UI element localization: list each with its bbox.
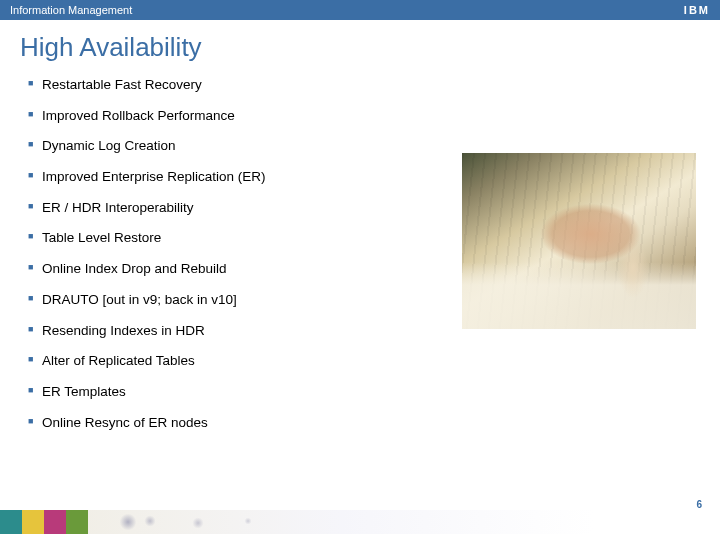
color-block-green [66,510,88,534]
list-item: Restartable Fast Recovery [28,77,700,93]
content-area: Restartable Fast Recovery Improved Rollb… [0,71,720,540]
ibm-logo-text: IBM [684,4,710,16]
color-block-teal [0,510,22,534]
list-item: Online Resync of ER nodes [28,415,700,431]
page-number: 6 [696,499,702,510]
slide: Information Management IBM High Availabi… [0,0,720,540]
topbar: Information Management IBM [0,0,720,20]
title-area: High Availability [0,20,720,71]
topbar-title: Information Management [10,4,132,16]
footer-strip [0,510,720,534]
ibm-logo: IBM [684,4,710,16]
list-item: Alter of Replicated Tables [28,353,700,369]
footer-color-blocks [0,510,88,534]
list-item: Improved Rollback Performance [28,108,700,124]
color-block-yellow [22,510,44,534]
hand-keyboard-image [462,153,696,329]
color-block-magenta [44,510,66,534]
footer-gradient-strip [88,510,720,534]
slide-title: High Availability [20,32,700,63]
list-item: ER Templates [28,384,700,400]
